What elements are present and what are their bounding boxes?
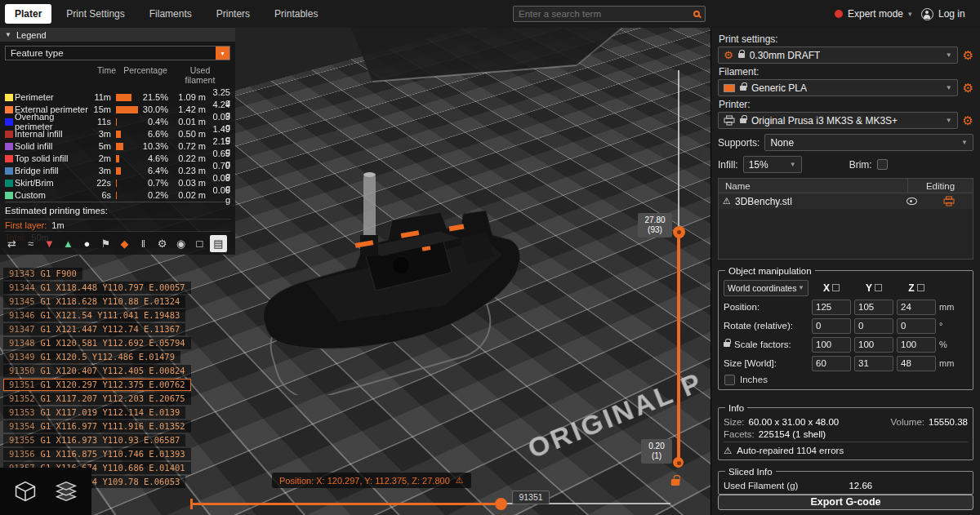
position-row: Position: mm	[724, 300, 968, 315]
view-type-select[interactable]: Feature type ▼	[5, 46, 230, 60]
inches-checkbox[interactable]	[724, 375, 735, 385]
benchy-model[interactable]	[241, 150, 543, 395]
mirror-x-icon[interactable]	[832, 284, 840, 291]
scale-x-input[interactable]	[812, 337, 851, 353]
size-x-input[interactable]	[812, 356, 851, 371]
eye-icon[interactable]	[906, 198, 917, 205]
feature-color-swatch	[5, 131, 13, 138]
shells-icon[interactable]: □	[191, 235, 208, 252]
chevron-down-icon: ▾	[908, 10, 912, 18]
search-input[interactable]	[519, 9, 688, 19]
tab-printables[interactable]: Printables	[265, 4, 327, 24]
mode-selector[interactable]: Expert mode ▾	[835, 0, 912, 28]
legend-toggle-icon[interactable]: ▤	[210, 235, 227, 252]
mirror-z-icon[interactable]	[917, 284, 924, 291]
rotate-z-input[interactable]	[897, 318, 936, 334]
size-value: 60.00 x 31.00 x 48.00	[749, 417, 840, 427]
tab-plater[interactable]: Plater	[5, 4, 51, 24]
one-layer-lock-icon[interactable]	[671, 479, 679, 486]
warning-icon: ⚠	[719, 196, 735, 206]
search-box[interactable]	[513, 6, 706, 22]
view-preview-button[interactable]	[51, 475, 82, 508]
mode-label: Expert mode	[848, 8, 903, 20]
gcode-line: 91352G1 X117.207 Y112.203 E.20675	[3, 393, 191, 405]
object-name: 3DBenchy.stl	[735, 196, 898, 207]
move-slider-range[interactable]	[193, 503, 501, 505]
brim-checkbox[interactable]	[877, 159, 888, 170]
collapse-icon: ▼	[5, 31, 11, 38]
printer-label: Printer:	[719, 99, 973, 110]
retractions-icon[interactable]: ▼	[41, 235, 58, 252]
gcode-line: 91348G1 X120.581 Y112.692 E.05794	[3, 337, 191, 349]
coordinates-select[interactable]: World coordinates ▼	[724, 280, 808, 296]
scale-y-input[interactable]	[854, 337, 893, 353]
lock-icon	[740, 86, 746, 91]
layer-slider-top-handle[interactable]	[673, 226, 685, 238]
gcode-line: 91350G1 X120.407 Y112.405 E.00824	[3, 365, 191, 377]
layer-slider-track[interactable]	[678, 70, 679, 230]
deretractions-icon[interactable]: ▲	[60, 235, 77, 252]
rotate-x-input[interactable]	[812, 318, 851, 334]
seams-icon[interactable]: ●	[78, 235, 96, 252]
warning-icon: ⚠	[724, 445, 732, 456]
edit-print-settings-button[interactable]: ⚙	[963, 49, 973, 61]
mirror-y-icon[interactable]	[875, 284, 882, 291]
search-icon[interactable]	[693, 11, 700, 17]
pause-prints-icon[interactable]: ‖	[135, 235, 152, 252]
facets-label: Facets:	[724, 429, 755, 439]
tab-print-settings[interactable]: Print Settings	[56, 4, 134, 24]
legend-header[interactable]: ▼ Legend	[0, 28, 235, 42]
gcode-line: 91354G1 X116.977 Y111.916 E.01352	[3, 420, 191, 433]
info-box: Info Size: 60.00 x 31.00 x 48.00 Volume:…	[718, 403, 973, 460]
tab-filaments[interactable]: Filaments	[140, 4, 202, 24]
printer-select[interactable]: Original Prusa i3 MK3S & MK3S+ ▼	[718, 112, 958, 129]
position-y-input[interactable]	[854, 300, 893, 315]
layer-slider-range[interactable]	[677, 232, 680, 461]
edit-filament-button[interactable]: ⚙	[963, 82, 973, 94]
view-type-dropdown-button[interactable]: ▼	[216, 47, 229, 60]
layer-slider-bottom-handle[interactable]	[673, 457, 684, 468]
printable-toggle-icon[interactable]	[943, 196, 955, 206]
login-button[interactable]: Log in	[921, 0, 965, 28]
size-z-input[interactable]	[897, 356, 936, 371]
uniform-scale-lock-icon[interactable]	[724, 342, 730, 347]
object-row[interactable]: ⚠ 3DBenchy.stl	[719, 193, 973, 209]
volume-label: Volume:	[890, 417, 924, 427]
object-list-header: Name Editing	[719, 179, 973, 193]
main-tabs: Plater Print Settings Filaments Printers…	[5, 0, 327, 28]
gcode-line: 91353G1 X117.019 Y112.114 E.0139	[3, 406, 185, 419]
feature-color-swatch	[5, 180, 13, 187]
scale-z-input[interactable]	[897, 337, 936, 353]
view-3d-button[interactable]	[10, 475, 41, 508]
infill-select[interactable]: 15% ▼	[743, 156, 802, 173]
print-settings-select[interactable]: ⚙ 0.30mm DRAFT ▼	[718, 47, 958, 64]
filament-select[interactable]: Generic PLA ▼	[718, 79, 958, 96]
rotate-y-input[interactable]	[854, 318, 893, 334]
prusaslicer-window: ORIGINAL P 27.80(93) 0.20(1)	[0, 0, 980, 515]
export-gcode-button[interactable]: Export G-code	[718, 495, 973, 510]
tab-printers[interactable]: Printers	[207, 4, 260, 24]
edit-printer-button[interactable]: ⚙	[963, 114, 973, 127]
view-toggle-bar	[0, 468, 91, 515]
chevron-down-icon: ▼	[798, 284, 804, 291]
travels-icon[interactable]: ⇄	[3, 235, 20, 252]
supports-label: Supports:	[718, 137, 760, 149]
sliced-info-box: Sliced Info Used Filament (g) 12.66	[718, 467, 973, 495]
auto-repaired-note: ⚠ Auto-repaired 1104 errors	[724, 442, 968, 456]
estimated-times-title: Estimated printing times:	[5, 206, 230, 215]
position-tooltip: Position: X: 120.297, Y: 112.375, Z: 27.…	[272, 473, 471, 488]
scale-row: Scale factors: %	[724, 337, 968, 353]
expert-mode-icon	[835, 10, 843, 18]
supports-select[interactable]: None ▼	[764, 134, 973, 151]
position-z-input[interactable]	[897, 300, 936, 315]
size-y-input[interactable]	[854, 356, 893, 371]
custom-gcode-icon[interactable]: ⚙	[154, 235, 171, 252]
color-changes-icon[interactable]: ◆	[116, 235, 133, 252]
center-of-gravity-icon[interactable]: ◉	[172, 235, 189, 252]
move-slider-handle[interactable]	[495, 498, 507, 510]
filament-label: Filament:	[719, 66, 973, 78]
gcode-line: 91355G1 X116.973 Y110.93 E.06587	[3, 434, 185, 446]
tool-changes-icon[interactable]: ⚑	[97, 235, 114, 252]
wipes-icon[interactable]: ≈	[22, 235, 39, 252]
position-x-input[interactable]	[812, 300, 851, 315]
